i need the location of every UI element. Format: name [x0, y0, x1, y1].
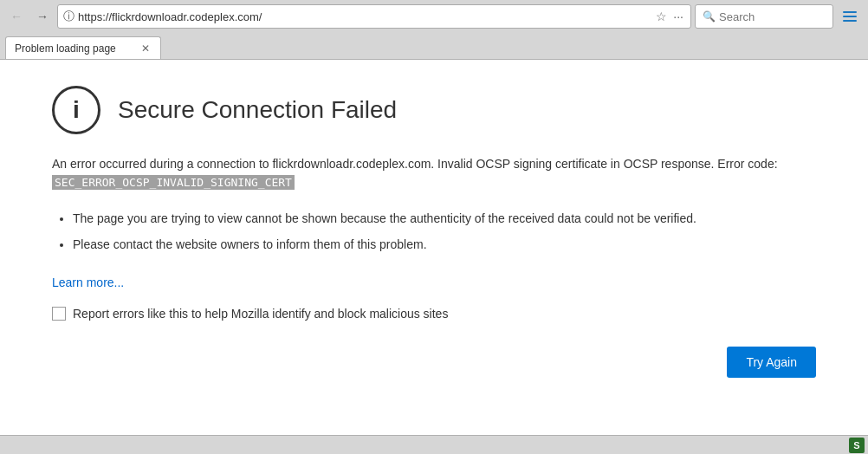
address-actions: ☆ ···: [654, 8, 685, 25]
menu-line-3: [843, 20, 857, 22]
menu-line-1: [843, 11, 857, 13]
browser-chrome: ← → ⓘ ☆ ··· 🔍 Problem loading page ✕: [0, 0, 868, 60]
search-input[interactable]: [719, 10, 826, 23]
url-input[interactable]: [78, 10, 651, 23]
error-list: The page you are trying to view cannot b…: [52, 209, 816, 255]
status-icon: S: [849, 438, 865, 453]
tab-label: Problem loading page: [15, 42, 116, 55]
report-checkbox[interactable]: [52, 307, 66, 321]
try-again-button[interactable]: Try Again: [727, 347, 816, 378]
back-button[interactable]: ←: [5, 5, 28, 28]
error-header: i Secure Connection Failed: [52, 86, 816, 134]
nav-bar: ← → ⓘ ☆ ··· 🔍: [0, 0, 868, 33]
tab-close-button[interactable]: ✕: [139, 42, 152, 55]
error-bullet-2: Please contact the website owners to inf…: [73, 235, 816, 254]
forward-button[interactable]: →: [31, 5, 54, 28]
error-code: SEC_ERROR_OCSP_INVALID_SIGNING_CERT: [52, 175, 295, 190]
error-description-text: An error occurred during a connection to…: [52, 157, 778, 171]
info-circle-icon: i: [52, 86, 100, 134]
menu-line-2: [843, 16, 857, 17]
report-label: Report errors like this to help Mozilla …: [73, 307, 448, 321]
search-bar: 🔍: [695, 4, 833, 29]
error-description: An error occurred during a connection to…: [52, 155, 816, 191]
bookmark-button[interactable]: ☆: [654, 8, 669, 25]
error-title: Secure Connection Failed: [118, 96, 397, 124]
status-bar: S: [0, 435, 868, 454]
address-bar: ⓘ ☆ ···: [57, 4, 691, 29]
try-again-row: Try Again: [52, 347, 816, 378]
search-icon: 🔍: [703, 10, 716, 23]
learn-more-link[interactable]: Learn more...: [52, 276, 124, 289]
error-bullet-1: The page you are trying to view cannot b…: [73, 209, 816, 228]
more-button[interactable]: ···: [671, 8, 685, 25]
hamburger-menu-button[interactable]: [837, 5, 863, 28]
active-tab[interactable]: Problem loading page ✕: [5, 36, 161, 59]
address-info-icon[interactable]: ⓘ: [63, 9, 74, 24]
tab-bar: Problem loading page ✕: [0, 33, 868, 59]
content-area: i Secure Connection Failed An error occu…: [0, 60, 868, 435]
report-row: Report errors like this to help Mozilla …: [52, 307, 816, 321]
